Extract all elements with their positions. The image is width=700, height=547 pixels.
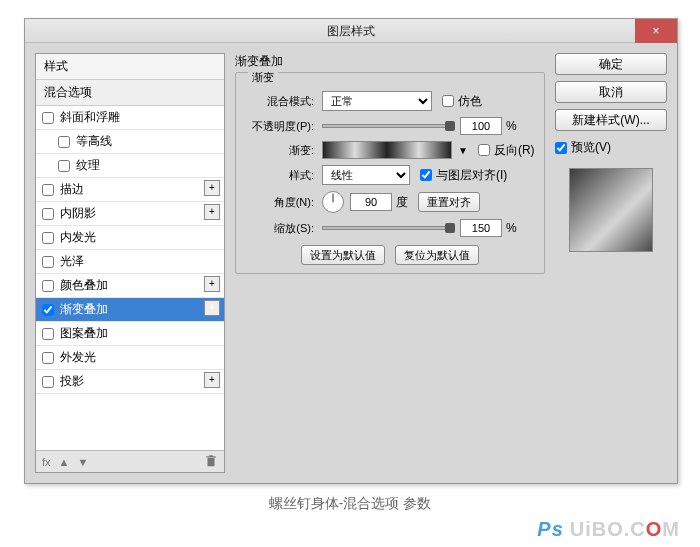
watermark: PsUiBO.COM [537,518,680,541]
angle-dial[interactable] [322,191,344,213]
style-item-label: 纹理 [76,157,100,174]
opacity-label: 不透明度(P): [244,119,314,134]
add-effect-button[interactable]: + [204,276,220,292]
blend-options-header[interactable]: 混合选项 [36,80,224,106]
style-item-label: 描边 [60,181,84,198]
blend-mode-row: 混合模式: 正常 仿色 [244,91,536,111]
gradient-dropdown-icon[interactable]: ▼ [458,145,468,156]
image-caption: 螺丝钉身体-混合选项 参数 [0,495,700,513]
blend-mode-label: 混合模式: [244,94,314,109]
settings-panel: 渐变叠加 渐变 混合模式: 正常 仿色 不透明度(P): [235,53,545,473]
style-item-3[interactable]: 描边+ [36,178,224,202]
preview-thumbnail [569,168,653,252]
set-default-button[interactable]: 设置为默认值 [301,245,385,265]
style-checkbox[interactable] [42,328,54,340]
style-checkbox[interactable] [58,160,70,172]
degree-label: 度 [396,194,408,211]
gradient-picker[interactable] [322,141,452,159]
style-item-label: 等高线 [76,133,112,150]
fx-label[interactable]: fx [42,456,51,468]
layer-style-dialog: 图层样式 × 样式 混合选项 斜面和浮雕等高线纹理描边+内阴影+内发光光泽颜色叠… [24,18,678,484]
preview-label: 预览(V) [571,139,611,156]
style-item-9[interactable]: 图案叠加 [36,322,224,346]
style-checkbox[interactable] [42,376,54,388]
style-checkbox[interactable] [42,280,54,292]
default-buttons-row: 设置为默认值 复位为默认值 [244,245,536,265]
gradient-label: 渐变: [244,143,314,158]
opacity-input[interactable] [460,117,502,135]
style-item-0[interactable]: 斜面和浮雕 [36,106,224,130]
style-item-label: 渐变叠加 [60,301,108,318]
style-item-10[interactable]: 外发光 [36,346,224,370]
style-checkbox[interactable] [58,136,70,148]
gradient-row: 渐变: ▼ 反向(R) [244,141,536,159]
styles-footer: fx ▲ ▼ [36,450,224,472]
style-checkbox[interactable] [42,184,54,196]
style-item-11[interactable]: 投影+ [36,370,224,394]
reset-default-button[interactable]: 复位为默认值 [395,245,479,265]
opacity-slider-thumb[interactable] [445,121,455,131]
blend-mode-select[interactable]: 正常 [322,91,432,111]
angle-row: 角度(N): 度 重置对齐 [244,191,536,213]
style-checkbox[interactable] [42,232,54,244]
percent-label-2: % [506,221,517,235]
style-checkbox[interactable] [42,256,54,268]
add-effect-button[interactable]: + [204,300,220,316]
dialog-content: 样式 混合选项 斜面和浮雕等高线纹理描边+内阴影+内发光光泽颜色叠加+渐变叠加+… [25,43,677,483]
reset-align-button[interactable]: 重置对齐 [418,192,480,212]
add-effect-button[interactable]: + [204,180,220,196]
styles-panel: 样式 混合选项 斜面和浮雕等高线纹理描边+内阴影+内发光光泽颜色叠加+渐变叠加+… [35,53,225,473]
action-panel: 确定 取消 新建样式(W)... 预览(V) [555,53,667,473]
dialog-title: 图层样式 [25,19,677,43]
titlebar: 图层样式 × [25,19,677,43]
arrow-down-icon[interactable]: ▼ [77,456,88,468]
style-item-5[interactable]: 内发光 [36,226,224,250]
scale-label: 缩放(S): [244,221,314,236]
style-select[interactable]: 线性 [322,165,410,185]
style-checkbox[interactable] [42,112,54,124]
add-effect-button[interactable]: + [204,204,220,220]
align-label: 与图层对齐(I) [436,167,507,184]
percent-label: % [506,119,517,133]
style-item-1[interactable]: 等高线 [36,130,224,154]
style-item-label: 外发光 [60,349,96,366]
style-row: 样式: 线性 与图层对齐(I) [244,165,536,185]
styles-header[interactable]: 样式 [36,54,224,80]
reverse-checkbox[interactable] [478,144,490,156]
reverse-label: 反向(R) [494,142,535,159]
style-item-4[interactable]: 内阴影+ [36,202,224,226]
style-checkbox[interactable] [42,304,54,316]
scale-slider-thumb[interactable] [445,223,455,233]
style-item-label: 内发光 [60,229,96,246]
angle-input[interactable] [350,193,392,211]
gradient-fieldset: 渐变 混合模式: 正常 仿色 不透明度(P): % [235,72,545,274]
add-effect-button[interactable]: + [204,372,220,388]
preview-checkbox-row: 预览(V) [555,139,667,156]
close-button[interactable]: × [635,19,677,43]
preview-checkbox[interactable] [555,142,567,154]
style-checkbox[interactable] [42,208,54,220]
dither-checkbox[interactable] [442,95,454,107]
new-style-button[interactable]: 新建样式(W)... [555,109,667,131]
dither-label: 仿色 [458,93,482,110]
style-item-7[interactable]: 颜色叠加+ [36,274,224,298]
style-item-8[interactable]: 渐变叠加+ [36,298,224,322]
style-item-6[interactable]: 光泽 [36,250,224,274]
scale-row: 缩放(S): % [244,219,536,237]
style-item-label: 颜色叠加 [60,277,108,294]
opacity-slider[interactable] [322,124,452,128]
cancel-button[interactable]: 取消 [555,81,667,103]
align-checkbox[interactable] [420,169,432,181]
style-item-2[interactable]: 纹理 [36,154,224,178]
fieldset-title: 渐变 [248,71,278,83]
scale-slider[interactable] [322,226,452,230]
style-label: 样式: [244,168,314,183]
scale-input[interactable] [460,219,502,237]
trash-icon[interactable] [204,454,218,470]
style-item-label: 光泽 [60,253,84,270]
style-item-label: 内阴影 [60,205,96,222]
style-item-label: 斜面和浮雕 [60,109,120,126]
style-checkbox[interactable] [42,352,54,364]
arrow-up-icon[interactable]: ▲ [59,456,70,468]
ok-button[interactable]: 确定 [555,53,667,75]
